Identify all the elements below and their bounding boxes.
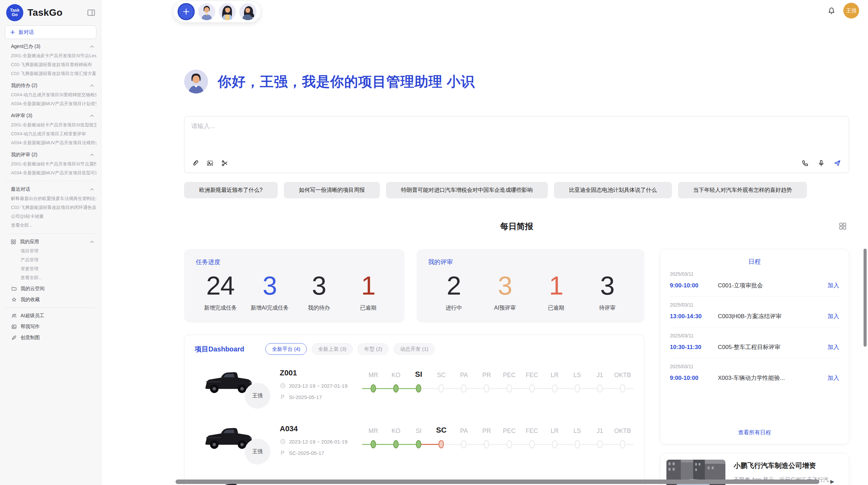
sidebar-item[interactable]: A034-全新新能源MUV产品开发项目计划变更表编写 [5, 99, 96, 108]
schedule-name: C001-立项审批会 [718, 282, 828, 289]
scroll-right-arrow-icon[interactable]: ▶ [830, 478, 834, 485]
milestone-dot-OKTB[interactable] [620, 440, 625, 448]
project-row-A034[interactable]: 王强A0342023-12-19 ~ 2026-01-19SC-2025-05-… [195, 422, 634, 470]
chevron-up-icon[interactable] [89, 113, 95, 119]
app-link[interactable]: 查看全部... [5, 273, 96, 282]
milestone-dot-PEC[interactable] [507, 440, 512, 448]
chevron-up-icon[interactable] [89, 152, 95, 158]
milestone-dot-PR[interactable] [484, 384, 489, 393]
image-attach-icon[interactable] [206, 159, 214, 167]
sidebar-item[interactable]: Z001-全新燃油皮卡产品开发项目SI节点Lesson Learn报告 [5, 51, 96, 60]
sidebar-link-my-cloud[interactable]: 我的云空间 [5, 284, 96, 293]
milestone-dot-LR[interactable] [552, 440, 557, 448]
milestone-label: SC [430, 372, 453, 379]
paperclip-icon[interactable] [191, 159, 199, 167]
milestone-dot-PEC[interactable] [507, 384, 512, 393]
sidebar-section-agent-done[interactable]: Agent已办 (3) [5, 42, 96, 51]
milestone-dot-LS[interactable] [575, 440, 580, 448]
layout-grid-icon[interactable] [838, 222, 847, 231]
chevron-up-icon[interactable] [89, 83, 95, 89]
chevron-up-icon[interactable] [89, 186, 95, 192]
milestone-dot-SI[interactable] [416, 384, 421, 393]
suggestion-chip[interactable]: 当下年轻人对汽车外观有怎样的喜好趋势 [678, 182, 807, 198]
sidebar-item[interactable]: Z001-全新燃油轻卡产品开发项目SI节点属性5D文件评审 [5, 160, 96, 169]
suggestion-chip[interactable]: 特朗普可能对进口汽车增税会对中国车企造成哪些影响 [386, 182, 548, 198]
join-meeting-link[interactable]: 加入 [828, 343, 839, 351]
milestone-dot-MR[interactable] [371, 440, 376, 448]
people-icon [11, 313, 17, 319]
sidebar-item[interactable]: C02-飞腾新能源轻客改款项目里程碑画布 [5, 60, 96, 69]
milestone-dot-PA[interactable] [461, 384, 467, 393]
dashboard-tab[interactable]: 动总开发 (1) [394, 343, 435, 355]
notification-bell-icon[interactable] [827, 7, 836, 15]
join-meeting-link[interactable]: 加入 [828, 374, 839, 382]
vertical-scrollbar[interactable] [864, 249, 867, 347]
new-chat-button[interactable]: 新对话 [5, 25, 96, 39]
sidebar-link-ai-super-staff[interactable]: AI超级员工 [5, 311, 96, 320]
milestone-dot-PR[interactable] [484, 440, 489, 448]
milestone-label: OKTB [611, 427, 634, 435]
milestone-dot-J1[interactable] [597, 440, 603, 448]
message-input[interactable] [191, 123, 637, 130]
sidebar-item[interactable]: A034-全新新能源MUV产品开发项目造型可行性评审 [5, 169, 96, 177]
agent-avatar-female-side[interactable] [239, 3, 256, 20]
dashboard-tab[interactable]: 全新上装 (3) [312, 343, 353, 355]
horizontal-scrollbar[interactable] [176, 480, 819, 484]
chevron-up-icon[interactable] [89, 239, 95, 245]
sidebar-section-recent-chats[interactable]: 最近对话 [5, 185, 96, 194]
milestone-dot-J1[interactable] [597, 384, 603, 393]
sidebar-link-creative-draw[interactable]: 创意制图 [5, 333, 96, 342]
app-link[interactable]: 变更管理 [5, 264, 96, 273]
suggestion-chip[interactable]: 比亚迪全固态电池计划具体说了什么 [554, 182, 672, 198]
dashboard-tab[interactable]: 全新平台 (4) [265, 343, 307, 355]
dashboard-tab[interactable]: 年型 (2) [358, 343, 389, 355]
microphone-icon[interactable] [817, 159, 825, 167]
milestone-dot-FEC[interactable] [529, 440, 535, 448]
project-row-Z001[interactable]: 王强Z0012023-12-19 ~ 2027-01-19SI-2025-05-… [195, 366, 634, 414]
view-all-schedule-link[interactable]: 查看所有日程 [670, 426, 839, 438]
milestone-dot-PA[interactable] [461, 440, 467, 448]
milestone-dot-FEC[interactable] [529, 384, 535, 393]
sidebar-item[interactable]: C02-飞腾新能源轻客改款项目的闭环通告反馈情况 [5, 203, 96, 212]
milestone-dot-LR[interactable] [552, 384, 557, 393]
sidebar-link-help-write[interactable]: 帮我写作 [5, 322, 96, 331]
sidebar-item[interactable]: 查看全部... [5, 221, 96, 230]
sidebar-section-my-todo[interactable]: 我的待办 (2) [5, 81, 96, 90]
sidebar-section-my-review[interactable]: 我的评审 (2) [5, 150, 96, 160]
chevron-up-icon[interactable] [89, 43, 95, 50]
sidebar-item[interactable]: C0X4-动力总成开发项目SI里程碑提交物检查 [5, 90, 96, 99]
milestone-dot-OKTB[interactable] [620, 384, 625, 393]
join-meeting-link[interactable]: 加入 [828, 312, 839, 320]
milestone-dot-SC[interactable] [438, 440, 444, 448]
sidebar-section-ai-review[interactable]: AI评审 (3) [5, 111, 96, 121]
scissors-icon[interactable] [221, 159, 229, 167]
collapse-sidebar-icon[interactable] [87, 8, 96, 17]
suggestion-chip[interactable]: 如何写一份清晰的项目周报 [284, 182, 380, 198]
flag-icon [280, 450, 286, 456]
milestone-dot-MR[interactable] [371, 384, 376, 393]
milestone-dot-KO[interactable] [393, 384, 399, 393]
sidebar-item[interactable]: A034-全新新能源MUV产品开发项目法规符合性评审 [5, 138, 96, 147]
join-meeting-link[interactable]: 加入 [828, 282, 839, 289]
phone-icon[interactable] [801, 159, 809, 167]
sidebar-item[interactable]: 公司Q3轻卡销量 [5, 212, 96, 221]
milestone-dots [362, 437, 634, 452]
milestone-dot-LS[interactable] [575, 384, 580, 393]
agent-avatar-male[interactable] [198, 3, 215, 20]
agent-avatar-female-long[interactable] [219, 3, 236, 20]
sidebar-item[interactable]: C02-飞腾新能源轻客改款项目立项汇报方案 [5, 69, 96, 78]
milestone-dot-KO[interactable] [393, 440, 399, 448]
milestone-dot-SC[interactable] [438, 384, 444, 393]
sidebar-item[interactable]: C0X4-动力总成开发项目工程变更评审 [5, 129, 96, 138]
user-avatar[interactable]: 王强 [843, 3, 859, 18]
milestone-dot-SI[interactable] [416, 440, 421, 448]
sidebar-item[interactable]: 解释最新出台的欧盟报废车法规再生塑料比例被调至15%... [5, 194, 96, 203]
app-link[interactable]: 项目管理 [5, 247, 96, 256]
sidebar-link-my-favorites[interactable]: 我的收藏 [5, 295, 96, 304]
add-session-button[interactable] [178, 3, 195, 20]
sidebar-item[interactable]: Z001-全新燃油轻卡产品开发项目SI造型提交物评审 [5, 121, 96, 129]
send-icon[interactable] [833, 159, 841, 167]
suggestion-chip[interactable]: 欧洲新规最近颁布了什么? [184, 182, 278, 198]
app-link[interactable]: 产品管理 [5, 256, 96, 264]
sidebar-section-my-apps[interactable]: 我的应用 [5, 237, 96, 247]
